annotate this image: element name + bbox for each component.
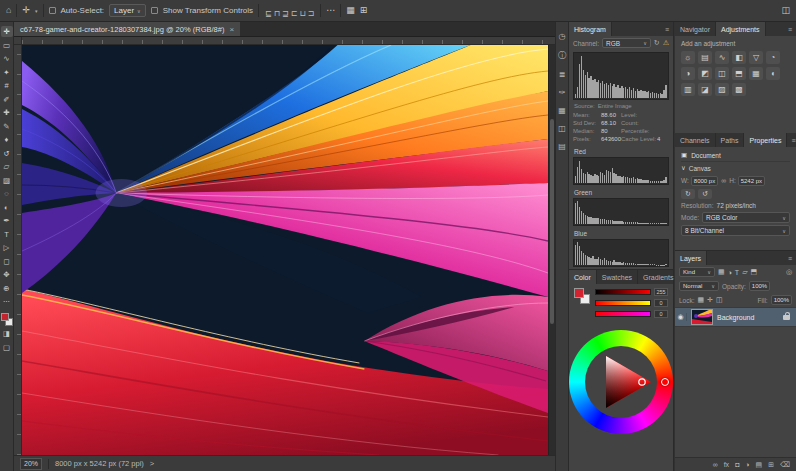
- new-layer-icon[interactable]: ⊞: [768, 461, 774, 469]
- filter-kind-dropdown[interactable]: Kind ∨: [679, 267, 715, 277]
- canvas-section-row[interactable]: ∨ Canvas: [681, 162, 790, 174]
- zoom-level-field[interactable]: 20%: [20, 458, 42, 470]
- tool-path-select[interactable]: ▷: [1, 242, 13, 253]
- panel-menu-icon[interactable]: ≡: [787, 133, 796, 147]
- auto-select-checkbox[interactable]: [49, 7, 56, 14]
- adjustment-icon[interactable]: ◧: [732, 51, 746, 64]
- tab-gradients[interactable]: Gradients: [638, 270, 679, 284]
- delete-layer-icon[interactable]: ⌫: [780, 461, 790, 469]
- color-swatch-pair[interactable]: [574, 288, 590, 304]
- info-icon[interactable]: ⓘ: [558, 50, 566, 61]
- swatches-icon[interactable]: ▦: [558, 106, 566, 115]
- tab-adjustments[interactable]: Adjustments: [716, 22, 766, 36]
- section-caret-icon[interactable]: ∨: [681, 164, 686, 172]
- tool-pen[interactable]: ✒: [1, 215, 13, 226]
- canvas[interactable]: [22, 45, 548, 455]
- visibility-eye-icon[interactable]: ◉: [675, 313, 687, 321]
- tool-zoom[interactable]: ⊕: [1, 283, 13, 294]
- layer-effects-icon[interactable]: fx: [724, 461, 729, 468]
- adjustment-icon[interactable]: ▩: [732, 83, 746, 96]
- layer-name[interactable]: Background: [717, 314, 783, 321]
- libraries-icon[interactable]: ▤: [558, 142, 566, 151]
- tool-hand[interactable]: ✥: [1, 269, 13, 280]
- tool-eraser[interactable]: ▱: [1, 161, 13, 172]
- active-tool-icon[interactable]: ✛: [22, 6, 30, 15]
- adjustment-icon[interactable]: ▤: [698, 51, 712, 64]
- color-wheel[interactable]: [569, 330, 673, 434]
- align-icon[interactable]: ⊐: [308, 9, 315, 18]
- align-icon[interactable]: ⊔: [299, 9, 305, 18]
- adjustment-icon[interactable]: ☼: [681, 51, 695, 64]
- tab-swatches[interactable]: Swatches: [597, 270, 638, 284]
- adjustment-icon[interactable]: ▥: [681, 83, 695, 96]
- workspace-icon[interactable]: ◫: [781, 6, 790, 15]
- screen-mode-button[interactable]: ▢: [1, 342, 13, 353]
- tool-shape[interactable]: ◻: [1, 256, 13, 267]
- layer-row-background[interactable]: ◉ Background: [675, 307, 796, 327]
- fill-value[interactable]: 100%: [771, 295, 792, 305]
- tool-history-brush[interactable]: ↺: [1, 148, 13, 159]
- document-tab[interactable]: c67-78-gamer-and-creator-1280307384.jpg …: [14, 22, 240, 36]
- lock-all-icon[interactable]: ◫: [716, 296, 723, 304]
- filter-type-icon[interactable]: T: [735, 269, 739, 276]
- link-dimensions-icon[interactable]: ∞: [721, 177, 726, 184]
- adjustment-icon[interactable]: ◖: [766, 67, 780, 80]
- adjustment-icon[interactable]: ▽: [749, 51, 763, 64]
- width-field[interactable]: 8000 px: [691, 176, 718, 186]
- saturation-triangle[interactable]: [585, 346, 657, 418]
- arrange-icon[interactable]: ⊞: [360, 6, 368, 15]
- actions-icon[interactable]: ≣: [559, 70, 566, 79]
- color-swatches[interactable]: [1, 313, 13, 326]
- foreground-color-swatch[interactable]: [574, 288, 584, 298]
- align-icon[interactable]: ⊓: [274, 9, 280, 18]
- tool-type[interactable]: T: [1, 229, 13, 240]
- show-transform-checkbox[interactable]: [151, 7, 158, 14]
- filter-toggle-icon[interactable]: ◎: [786, 268, 792, 276]
- blue-slider[interactable]: [595, 311, 651, 317]
- tab-layers[interactable]: Layers: [675, 251, 707, 265]
- rotate-cw-button[interactable]: ↻: [681, 189, 695, 199]
- auto-select-target-dropdown[interactable]: Layer ∨: [109, 4, 146, 17]
- panel-menu-icon[interactable]: ≡: [784, 251, 796, 265]
- edit-toolbar-button[interactable]: ⋯: [1, 296, 13, 307]
- tool-dodge[interactable]: ◐: [1, 202, 13, 213]
- brushes-icon[interactable]: ✑: [559, 88, 566, 97]
- adjustment-icon[interactable]: ◫: [715, 67, 729, 80]
- align-icon[interactable]: ⊒: [282, 9, 289, 18]
- tool-healing[interactable]: ✚: [1, 107, 13, 118]
- tab-color[interactable]: Color: [569, 270, 597, 284]
- tool-lasso[interactable]: ∿: [1, 53, 13, 64]
- blue-value[interactable]: 0: [654, 310, 668, 318]
- foreground-color-swatch[interactable]: [1, 313, 9, 321]
- bit-depth-dropdown[interactable]: 8 Bit/Channel ∨: [681, 225, 790, 236]
- layer-mask-icon[interactable]: ◘: [735, 461, 739, 468]
- home-icon[interactable]: ⌂: [6, 6, 11, 15]
- clone-source-icon[interactable]: ◫: [558, 124, 566, 133]
- scrollbar-thumb[interactable]: [550, 119, 554, 324]
- adjustment-icon[interactable]: ▨: [715, 83, 729, 96]
- rotate-ccw-button[interactable]: ↺: [698, 189, 712, 199]
- panel-menu-icon[interactable]: ≡: [661, 22, 673, 36]
- color-mode-dropdown[interactable]: RGB Color ∨: [702, 212, 790, 223]
- adjustment-icon[interactable]: ◑: [681, 67, 695, 80]
- tool-move[interactable]: ✛: [1, 26, 13, 37]
- tool-blur[interactable]: ◌: [1, 188, 13, 199]
- opacity-value[interactable]: 100%: [749, 281, 770, 291]
- more-options-icon[interactable]: ⋯: [326, 6, 335, 15]
- history-icon[interactable]: ◷: [559, 32, 566, 41]
- tool-gradient[interactable]: ▨: [1, 175, 13, 186]
- hue-indicator[interactable]: [661, 378, 669, 386]
- adjustment-icon[interactable]: ∿: [715, 51, 729, 64]
- vertical-scrollbar[interactable]: [548, 45, 555, 455]
- status-chevron-icon[interactable]: >: [150, 459, 154, 468]
- adjustment-icon[interactable]: ⬒: [732, 67, 746, 80]
- filter-shape-icon[interactable]: ▱: [742, 268, 747, 276]
- filter-pixel-icon[interactable]: ▦: [718, 268, 725, 276]
- tab-paths[interactable]: Paths: [716, 133, 745, 147]
- red-value[interactable]: 255: [654, 288, 668, 296]
- tab-navigator[interactable]: Navigator: [675, 22, 716, 36]
- tool-clone-stamp[interactable]: ♦: [1, 134, 13, 145]
- link-layers-icon[interactable]: ∞: [713, 461, 718, 468]
- filter-smart-icon[interactable]: ⬒: [751, 268, 758, 276]
- distribute-icon[interactable]: ▦: [346, 6, 355, 15]
